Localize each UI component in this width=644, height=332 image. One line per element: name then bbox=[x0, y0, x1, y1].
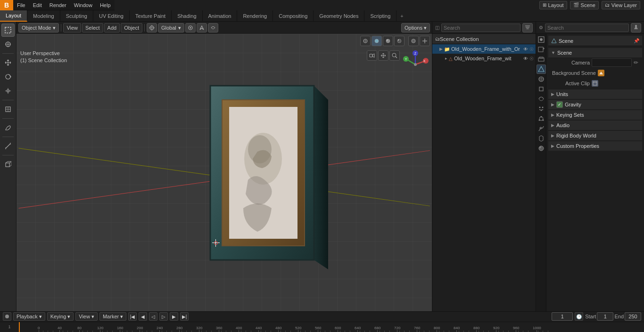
gravity-checkbox[interactable]: ✓ bbox=[556, 101, 563, 108]
solid-mode-button[interactable] bbox=[372, 36, 382, 46]
particles-properties-button[interactable] bbox=[537, 104, 546, 113]
camera-value[interactable] bbox=[592, 58, 632, 67]
tab-scripting[interactable]: Scripting bbox=[364, 10, 396, 22]
timeline-ruler[interactable]: 1 04080120160200240280320360400440480520… bbox=[0, 322, 644, 332]
jump-to-end-button[interactable]: ▶| bbox=[180, 312, 189, 321]
options-dropdown[interactable]: Options ▾ bbox=[401, 23, 430, 32]
tab-geometry-nodes[interactable]: Geometry Nodes bbox=[314, 10, 364, 22]
tab-texture-paint[interactable]: Texture Paint bbox=[130, 10, 172, 22]
keying-sets-header[interactable]: ▶ Keying Sets bbox=[548, 110, 642, 120]
cursor-tool-button[interactable] bbox=[1, 38, 15, 51]
menu-file[interactable]: File bbox=[13, 0, 29, 10]
add-workspace-button[interactable]: + bbox=[396, 13, 407, 19]
transform-orientation-dropdown[interactable]: Global ▾ bbox=[158, 23, 184, 32]
audio-section-header[interactable]: ▶ Audio bbox=[548, 121, 642, 130]
render-properties-button[interactable] bbox=[537, 35, 546, 44]
active-workspace-selector[interactable]: ⊞ Layout bbox=[539, 1, 567, 9]
mesh-render-toggle[interactable]: ☉ bbox=[529, 56, 534, 61]
scale-tool-button[interactable] bbox=[1, 84, 15, 97]
menu-window[interactable]: Window bbox=[70, 0, 96, 10]
gizmo-toggle[interactable] bbox=[420, 36, 430, 46]
rotate-tool-button[interactable] bbox=[1, 70, 15, 83]
move-viewport-button[interactable] bbox=[378, 50, 388, 61]
menu-help[interactable]: Help bbox=[96, 0, 115, 10]
end-frame-input[interactable]: 250 bbox=[625, 312, 641, 321]
rendered-mode-button[interactable] bbox=[394, 36, 405, 46]
camera-view-button[interactable] bbox=[367, 50, 377, 61]
scene-props-pin[interactable]: 📌 bbox=[634, 38, 639, 43]
output-properties-button[interactable] bbox=[537, 45, 546, 54]
data-properties-button[interactable] bbox=[537, 134, 546, 143]
snap-toggle[interactable] bbox=[197, 23, 207, 32]
navigation-gizmo[interactable]: X Y Z bbox=[401, 50, 429, 79]
tab-compositing[interactable]: Compositing bbox=[273, 10, 314, 22]
menu-edit[interactable]: Edit bbox=[29, 0, 46, 10]
keying-dropdown[interactable]: Keying ▾ bbox=[47, 312, 74, 321]
record-button[interactable] bbox=[3, 312, 11, 321]
playback-dropdown[interactable]: Playback ▾ bbox=[13, 312, 45, 321]
tab-uv-editing[interactable]: UV Editing bbox=[93, 10, 130, 22]
play-reverse-button[interactable]: ◁ bbox=[149, 312, 157, 321]
outliner-search-input[interactable] bbox=[441, 24, 520, 32]
gravity-section-header[interactable]: ▶ ✓ Gravity bbox=[548, 100, 642, 109]
active-clip-icon-button[interactable] bbox=[592, 80, 598, 87]
tab-shading[interactable]: Shading bbox=[172, 10, 202, 22]
viewport-add-menu[interactable]: Add bbox=[104, 23, 120, 32]
world-properties-button[interactable] bbox=[537, 74, 546, 84]
play-button[interactable]: ▷ bbox=[159, 312, 168, 321]
start-frame-input[interactable]: 1 bbox=[597, 312, 613, 321]
proportional-connected-toggle[interactable] bbox=[208, 23, 218, 32]
properties-search-input[interactable] bbox=[545, 24, 629, 32]
overlay-toggle[interactable] bbox=[408, 36, 419, 46]
jump-to-start-button[interactable]: |◀ bbox=[128, 312, 137, 321]
mesh-visibility-toggle[interactable]: 👁 bbox=[523, 56, 528, 61]
proportional-edit-toggle[interactable] bbox=[185, 23, 196, 32]
camera-edit-icon[interactable]: ✏ bbox=[634, 59, 638, 66]
scene-selector[interactable]: 🎬 Scene bbox=[570, 1, 599, 9]
transform-tool-button[interactable] bbox=[1, 103, 15, 116]
units-section-header[interactable]: ▶ Units bbox=[548, 89, 642, 99]
scene-section-header[interactable]: ▼ Scene bbox=[548, 48, 642, 57]
object-properties-button[interactable] bbox=[537, 84, 546, 94]
current-frame-display[interactable]: 1 bbox=[552, 312, 573, 321]
view-dropdown[interactable]: View ▾ bbox=[75, 312, 98, 321]
viewport-3d[interactable]: Object Mode ▾ View Select Add Object Glo… bbox=[17, 22, 432, 311]
time-format-toggle[interactable]: 🕐 bbox=[575, 312, 583, 321]
transform-snap-toggle[interactable] bbox=[147, 23, 157, 32]
view-layer-properties-button[interactable] bbox=[537, 55, 546, 64]
add-cube-button[interactable] bbox=[1, 158, 15, 171]
tab-rendering[interactable]: Rendering bbox=[237, 10, 273, 22]
select-tool-button[interactable] bbox=[1, 24, 15, 37]
bg-scene-icon-button[interactable] bbox=[598, 70, 604, 76]
tab-layout[interactable]: Layout bbox=[0, 10, 27, 22]
physics-properties-button[interactable] bbox=[537, 114, 546, 123]
measure-tool-button[interactable] bbox=[1, 139, 15, 153]
material-properties-button[interactable] bbox=[537, 144, 546, 153]
annotate-tool-button[interactable] bbox=[1, 121, 15, 134]
grid-canvas[interactable]: User Perspective (1) Scene Collection bbox=[17, 34, 432, 311]
constraints-properties-button[interactable] bbox=[537, 124, 546, 133]
render-toggle[interactable]: ☉ bbox=[529, 47, 534, 52]
object-mode-dropdown[interactable]: Object Mode ▾ bbox=[18, 23, 59, 32]
material-preview-button[interactable] bbox=[383, 36, 393, 46]
wireframe-mode-button[interactable] bbox=[360, 36, 371, 46]
zoom-button[interactable] bbox=[389, 50, 400, 61]
viewport-view-menu[interactable]: View bbox=[63, 23, 81, 32]
step-back-button[interactable]: ◀ bbox=[139, 312, 147, 321]
outliner-filter-button[interactable] bbox=[522, 23, 533, 32]
modifier-properties-button[interactable] bbox=[537, 94, 546, 104]
step-forward-button[interactable]: ▶ bbox=[170, 312, 178, 321]
view-layer-selector[interactable]: 🗂 View Layer bbox=[602, 1, 640, 9]
properties-pin-button[interactable] bbox=[631, 23, 641, 32]
outliner-item-mesh[interactable]: ▸ △ Old_Wooden_Frame_wit 👁 ☉ bbox=[432, 54, 536, 63]
viewport-select-menu[interactable]: Select bbox=[82, 23, 103, 32]
move-tool-button[interactable] bbox=[1, 56, 15, 69]
rigid-body-header[interactable]: ▶ Rigid Body World bbox=[548, 131, 642, 140]
scene-properties-button[interactable] bbox=[537, 65, 546, 74]
outliner-item-collection[interactable]: ▶ 📁 Old_Wooden_Frame_with_Or 👁 ☉ bbox=[432, 44, 536, 54]
custom-props-header[interactable]: ▶ Custom Properties bbox=[548, 141, 642, 151]
viewport-object-menu[interactable]: Object bbox=[121, 23, 142, 32]
menu-render[interactable]: Render bbox=[46, 0, 70, 10]
visibility-toggle[interactable]: 👁 bbox=[523, 47, 528, 52]
tab-sculpting[interactable]: Sculpting bbox=[60, 10, 93, 22]
